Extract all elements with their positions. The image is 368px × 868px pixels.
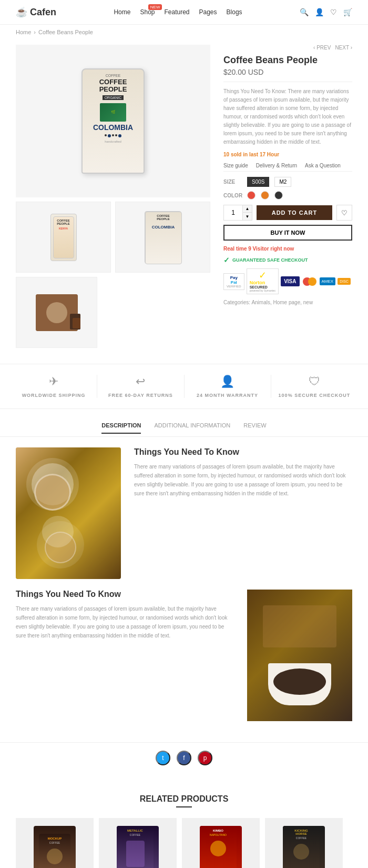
size-m2[interactable]: M2: [274, 177, 291, 187]
tab-delivery[interactable]: Delivery & Return: [256, 163, 297, 168]
related-products-list: MOCKUP COFFEE Mockup Coffee $17.00 MET: [16, 818, 352, 868]
product-categories: Categories: Animals, Home page, new: [223, 300, 352, 305]
color-black[interactable]: [274, 191, 283, 199]
share-pinterest[interactable]: p: [198, 751, 212, 765]
add-to-cart-button[interactable]: ADD TO CART: [257, 205, 332, 220]
desc-text-1: Things You Need To Know There are many v…: [134, 447, 352, 498]
desc-content-2: Things You Need To Know There are many v…: [16, 590, 352, 721]
main-nav: Home Shop NEW Featured Pages Blogs: [114, 8, 242, 16]
desc-coffee-image-2: [247, 590, 352, 721]
visa-badge: VISA: [281, 276, 299, 286]
feature-returns: ↩ FREE 60-DAY RETURNS: [103, 375, 178, 398]
buy-now-button[interactable]: BUY IT NOW: [223, 225, 352, 241]
site-header: ☕ Cafen Home Shop NEW Featured Pages Blo…: [0, 0, 368, 25]
feature-divider-3: [271, 375, 271, 398]
search-icon[interactable]: 🔍: [300, 8, 309, 16]
thumbnail-2[interactable]: COFFEEPEOPLE COLOMBIA: [115, 202, 210, 273]
thumbnail-3[interactable]: [16, 277, 97, 348]
description-tabs: DESCRIPTION ADDITIONAL INFORMATION REVIE…: [0, 414, 368, 437]
related-product-1: MOCKUP COFFEE Mockup Coffee $17.00: [16, 818, 94, 868]
nav-featured[interactable]: Featured: [164, 8, 189, 16]
guaranteed-badge: ✓ GUARANTEED SAFE CHECKOUT: [223, 256, 352, 264]
amex-badge: AMEX: [320, 277, 336, 285]
desc-text-2: Things You Need To Know There are many v…: [16, 590, 234, 640]
desc-body-1: There are many variations of passages of…: [134, 462, 352, 498]
feature-divider-2: [184, 375, 185, 398]
payment-badges: Pay Pal VERIFIED ✓ Norton SECURED powere…: [223, 268, 352, 294]
guaranteed-text: GUARANTEED SAFE CHECKOUT: [232, 257, 308, 263]
feature-shipping-label: WORLDWIDE SHIPPING: [22, 393, 86, 398]
related-product-4-image[interactable]: KICKINGHORSE COFFEE: [265, 818, 343, 868]
breadcrumb-current: Coffee Beans People: [38, 29, 93, 35]
breadcrumb-separator: ›: [34, 29, 36, 35]
paypal-badge: Pay Pal VERIFIED: [223, 273, 244, 290]
tab-size-guide[interactable]: Size guide: [223, 163, 248, 168]
nav-pages[interactable]: Pages: [199, 8, 217, 16]
related-products-section: RELATED PRODUCTS ‹ MOCKUP COFFEE Mockup …: [0, 784, 368, 868]
nav-blogs[interactable]: Blogs: [227, 8, 242, 16]
next-product[interactable]: NEXT ›: [335, 45, 352, 51]
add-to-cart-row: ▲ ▼ ADD TO CART ♡: [223, 205, 352, 221]
realtime-visitors: Real time 9 Visitor right now: [223, 246, 352, 252]
cart-icon[interactable]: 🛒: [343, 8, 352, 16]
share-facebook[interactable]: f: [177, 751, 191, 765]
tab-question[interactable]: Ask a Question: [305, 163, 341, 168]
wishlist-button[interactable]: ♡: [336, 205, 352, 221]
color-orange[interactable]: [261, 191, 269, 199]
size-s00s[interactable]: S00S: [247, 177, 269, 187]
sold-badge: 10 sold in last 17 Hour: [223, 152, 352, 157]
coffee-bag-main: COFFEE COFFEEPEOPLE ORGANIC 🌿 COLOMBIA h…: [81, 68, 145, 174]
thumbnail-1[interactable]: COFFEEPEOPLE KENYA: [16, 202, 111, 273]
feature-secure-label: 100% SECURE CHECKOUT: [279, 393, 351, 398]
tab-description[interactable]: DESCRIPTION: [101, 422, 141, 434]
share-twitter[interactable]: t: [156, 751, 170, 765]
shield-icon: ✓: [223, 256, 230, 264]
size-label: SIZE: [223, 179, 242, 185]
breadcrumb: Home › Coffee Beans People: [0, 25, 368, 39]
header-icons: 🔍 👤 ♡ 🛒: [300, 8, 352, 16]
nav-shop[interactable]: Shop NEW: [140, 8, 155, 16]
related-product-3-image[interactable]: KIMBO NAPOLITANO: [182, 818, 260, 868]
account-icon[interactable]: 👤: [315, 8, 324, 16]
norton-badge: ✓ Norton SECURED powered by Symantec: [247, 268, 279, 294]
related-products-container: ‹ MOCKUP COFFEE Mockup Coffee $17.00: [16, 818, 352, 868]
quantity-input[interactable]: [224, 205, 242, 220]
returns-icon: ↩: [136, 375, 145, 388]
feature-warranty-label: 24 MONTH WARRANTY: [197, 393, 258, 398]
product-section: COFFEE COFFEEPEOPLE ORGANIC 🌿 COLOMBIA h…: [0, 39, 368, 358]
color-option-row: COLOR: [223, 191, 352, 199]
related-title: RELATED PRODUCTS: [16, 794, 352, 804]
product-info: ‹ PREV NEXT › Coffee Beans People $20.00…: [223, 45, 352, 348]
product-description: Things You Need To Know: There are many …: [223, 82, 352, 146]
related-product-3: KIMBO NAPOLITANO Kimbo Napolitano Premiu…: [182, 818, 260, 868]
product-options: SIZE S00S M2 COLOR: [223, 177, 352, 199]
quantity-down[interactable]: ▼: [242, 213, 252, 220]
color-label: COLOR: [223, 193, 242, 198]
quantity-control: ▲ ▼: [223, 205, 252, 221]
tab-additional[interactable]: ADDITIONAL INFORMATION: [154, 422, 230, 434]
related-product-1-image[interactable]: MOCKUP COFFEE: [16, 818, 94, 868]
color-red[interactable]: [247, 191, 255, 199]
related-product-2-image[interactable]: METALLIC COFFEE: [99, 818, 177, 868]
mastercard-badge: [302, 276, 318, 287]
product-pagination: ‹ PREV NEXT ›: [223, 45, 352, 51]
thumbnail-row-2: [16, 277, 210, 348]
nav-home[interactable]: Home: [114, 8, 130, 16]
main-product-image[interactable]: COFFEE COFFEEPEOPLE ORGANIC 🌿 COLOMBIA h…: [16, 45, 210, 197]
prev-product[interactable]: ‹ PREV: [313, 45, 331, 51]
feature-warranty: 👤 24 MONTH WARRANTY: [190, 375, 265, 398]
site-logo[interactable]: ☕ Cafen: [16, 6, 56, 18]
product-price: $20.00 USD: [223, 68, 352, 76]
product-info-tabs: Size guide Delivery & Return Ask a Quest…: [223, 163, 352, 172]
quantity-up[interactable]: ▲: [242, 205, 252, 213]
wishlist-icon[interactable]: ♡: [330, 8, 337, 16]
shop-new-badge: NEW: [148, 4, 162, 10]
feature-shipping: ✈ WORLDWIDE SHIPPING: [16, 375, 91, 398]
warranty-icon: 👤: [220, 375, 234, 388]
desc-body-2: There are many variations of passages of…: [16, 604, 234, 640]
breadcrumb-home[interactable]: Home: [16, 29, 31, 35]
related-divider: [176, 806, 192, 807]
tab-review[interactable]: REVIEW: [243, 422, 266, 434]
feature-secure: 🛡 100% SECURE CHECKOUT: [277, 375, 352, 398]
description-section: Things You Need To Know There are many v…: [0, 447, 368, 742]
